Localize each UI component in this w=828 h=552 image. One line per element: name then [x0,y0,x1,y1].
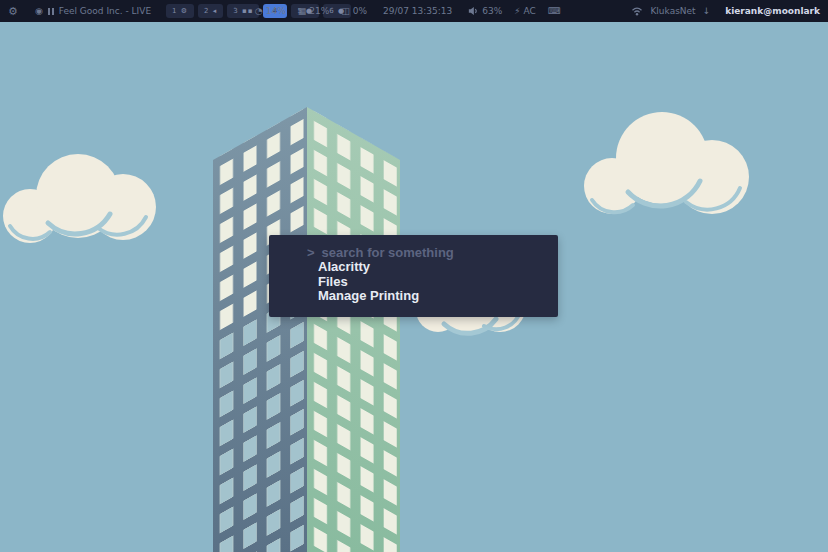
clock: 29/07 13:35:13 [383,6,452,16]
power-plug-icon: ⚡ [514,7,520,16]
power-label: AC [524,6,536,16]
building [213,107,400,552]
status-bar: ⚙ ◉ Feel Good Inc. - LIVE 1 ⚙ 2 ◂ 3 ▪▪ 4… [0,0,828,22]
app-launcher: > search for something Alacritty Files M… [269,235,558,317]
memory-value: 21% [309,6,329,16]
power-widget: ⚡ AC [514,6,536,16]
workspace-pill-1[interactable]: 1 ⚙ [166,4,194,18]
disc-icon[interactable]: ◉ [35,7,43,16]
workspace-pill-2[interactable]: 2 ◂ [198,4,223,18]
cpu-value: 14% [266,6,286,16]
speaker-icon [468,6,479,16]
launcher-item-files[interactable]: Files [307,275,558,289]
prompt-symbol: > [307,246,315,260]
launcher-item-manage-printing[interactable]: Manage Printing [307,289,558,303]
disk-widget: ◫ 0% [341,6,367,16]
launcher-item-alacritty[interactable]: Alacritty [307,260,558,274]
network-ssid[interactable]: KlukasNet [650,6,695,16]
search-input[interactable]: > search for something [307,246,558,260]
logged-in-user: kierank@moonlark [725,6,820,16]
volume-value: 63% [482,6,502,16]
music-track-title: Feel Good Inc. - LIVE [59,6,151,16]
memory-widget: ▦ 21% [298,6,330,16]
building-right-windows [307,107,400,552]
bar-center-section: ◔ 14% ▦ 21% ◫ 0% 29/07 13:35:13 63% ⚡ AC… [255,0,561,22]
memory-icon: ▦ [298,7,307,16]
cpu-icon: ◔ [255,7,263,16]
search-placeholder: search for something [322,246,454,260]
disk-icon: ◫ [341,7,350,16]
wifi-icon[interactable] [631,6,643,16]
cpu-widget: ◔ 14% [255,6,286,16]
music-widget[interactable]: ◉ Feel Good Inc. - LIVE [35,6,151,16]
bar-right-section: KlukasNet ↓ kierank@moonlark [631,6,820,16]
network-arrow-icon: ↓ [703,6,711,16]
disk-value: 0% [353,6,367,16]
volume-widget[interactable]: 63% [468,6,502,16]
settings-gear-icon[interactable]: ⚙ [8,6,18,17]
pause-icon[interactable] [48,8,54,15]
keyboard-icon[interactable]: ⌨ [548,6,561,16]
